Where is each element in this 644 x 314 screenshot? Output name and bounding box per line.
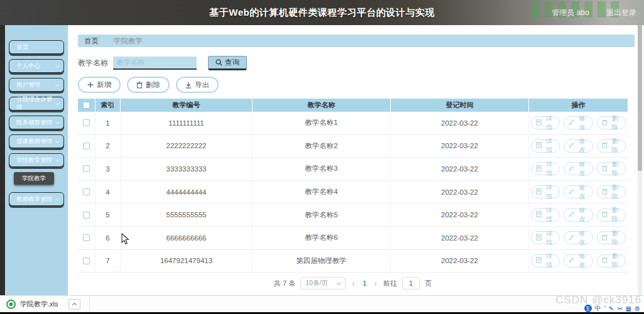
sidebar-item[interactable]: 个人中心 xyxy=(9,59,64,73)
row-checkbox[interactable] xyxy=(83,234,90,241)
row-edit-button[interactable]: 修改 xyxy=(564,185,592,198)
row-delete-button[interactable]: 删除 xyxy=(597,162,626,175)
cell-name: 教学名称2 xyxy=(253,135,391,158)
sidebar-item-label: 首页 xyxy=(16,43,28,51)
trash-icon xyxy=(602,142,608,149)
edit-icon xyxy=(569,119,574,127)
row-detail-button[interactable]: 详情 xyxy=(531,208,560,222)
edit-icon xyxy=(569,142,574,149)
table-row: 22222222222教学名称22022-03-22详情修改删除 xyxy=(78,135,628,158)
goto-label: 前往 xyxy=(383,279,397,288)
logout-button[interactable]: 退出登录 xyxy=(606,8,636,17)
row-detail-button[interactable]: 详情 xyxy=(531,116,560,129)
trash-icon xyxy=(602,211,608,219)
ime-logo-icon[interactable]: 玉 xyxy=(584,305,592,312)
goto-page-input[interactable] xyxy=(402,277,420,290)
search-button[interactable]: 查询 xyxy=(208,56,247,70)
ime-wrench-icon[interactable]: ⚙ xyxy=(635,305,640,312)
sidebar-item[interactable]: 教师教学管理 xyxy=(9,192,64,206)
current-page-number[interactable]: 1 xyxy=(361,279,368,287)
edit-icon xyxy=(569,165,574,173)
row-detail-button[interactable]: 详情 xyxy=(531,139,560,153)
cell-index: 5 xyxy=(96,203,121,226)
row-checkbox[interactable] xyxy=(83,188,90,195)
chevron-down-icon xyxy=(55,119,60,124)
cell-date: 2022-03-22 xyxy=(391,181,529,203)
delete-button[interactable]: 删除 xyxy=(127,77,170,93)
row-edit-button[interactable]: 修改 xyxy=(564,231,592,244)
row-edit-button[interactable]: 修改 xyxy=(564,208,592,222)
breadcrumb-current: 学院教学 xyxy=(114,36,143,46)
cell-actions: 详情修改删除 xyxy=(529,227,628,249)
sidebar-item[interactable]: 授课教师管理 xyxy=(9,134,64,148)
cell-actions: 详情修改删除 xyxy=(529,181,628,203)
row-edit-button[interactable]: 修改 xyxy=(564,116,592,129)
sidebar-item[interactable]: 分院综合办管理 xyxy=(9,97,64,111)
table-row: 66666666666教学名称62022-03-22详情修改删除 xyxy=(78,227,628,250)
row-delete-button[interactable]: 删除 xyxy=(597,231,626,244)
row-checkbox[interactable] xyxy=(83,257,90,264)
row-checkbox[interactable] xyxy=(83,165,90,172)
chevron-down-icon xyxy=(55,196,60,200)
row-checkbox-cell xyxy=(78,112,96,134)
sidebar-item[interactable]: 学院教学管理 xyxy=(9,153,64,167)
row-delete-button[interactable]: 删除 xyxy=(597,208,626,222)
left-edge-decoration xyxy=(0,25,5,295)
cell-index: 4 xyxy=(96,181,121,203)
export-button[interactable]: 导出 xyxy=(176,77,219,93)
search-icon xyxy=(216,59,222,66)
row-checkbox-cell xyxy=(78,181,96,203)
scrollbar[interactable] xyxy=(638,25,642,295)
chevron-down-icon xyxy=(55,82,60,86)
row-delete-button[interactable]: 删除 xyxy=(597,254,626,268)
row-detail-button[interactable]: 详情 xyxy=(531,254,560,268)
next-page-button[interactable]: › xyxy=(373,278,378,288)
page-size-select[interactable]: 10条/页 xyxy=(300,277,346,290)
row-detail-button[interactable]: 详情 xyxy=(531,231,560,244)
row-delete-button[interactable]: 删除 xyxy=(597,139,626,153)
ime-keyboard-icon[interactable]: ▦ xyxy=(626,305,631,312)
cell-index: 2 xyxy=(96,135,121,158)
download-item[interactable]: 学院教学.xls xyxy=(0,296,90,312)
cell-code: 1647921479413 xyxy=(121,250,253,273)
row-checkbox[interactable] xyxy=(83,143,90,149)
row-delete-button[interactable]: 删除 xyxy=(597,116,626,129)
row-edit-button[interactable]: 修改 xyxy=(564,162,592,175)
prev-page-button[interactable]: ‹ xyxy=(351,278,356,288)
search-button-label: 查询 xyxy=(225,58,239,67)
row-delete-button[interactable]: 删除 xyxy=(597,185,626,198)
cell-name: 教学名称5 xyxy=(253,203,391,226)
ime-language-icon[interactable]: 中 xyxy=(595,304,601,313)
cell-actions: 详情修改删除 xyxy=(529,250,628,273)
cell-actions: 详情修改删除 xyxy=(529,203,628,226)
add-button[interactable]: 新增 xyxy=(78,77,121,93)
row-checkbox[interactable] xyxy=(83,119,90,126)
trash-icon xyxy=(602,234,608,242)
row-edit-button[interactable]: 修改 xyxy=(564,139,592,153)
sidebar-menu: 首页个人中心用户管理分院综合办管理院系领导管理授课教师管理学院教学管理学院教学教… xyxy=(5,40,68,206)
search-input[interactable] xyxy=(113,57,197,70)
cell-index: 1 xyxy=(96,112,121,134)
select-all-checkbox[interactable] xyxy=(83,102,90,109)
sidebar-submenu-item[interactable]: 学院教学 xyxy=(14,172,54,185)
ime-pen-icon[interactable]: ✎ xyxy=(609,305,614,312)
edit-icon xyxy=(569,188,574,196)
download-caret-button[interactable] xyxy=(68,299,80,310)
sidebar-item-label: 分院综合办管理 xyxy=(16,95,56,112)
data-table: 索引 教学编号 教学名称 登记时间 操作 11111111111教学名称1202… xyxy=(78,99,628,273)
ime-punctuation-icon[interactable]: ’ xyxy=(604,305,606,312)
sidebar-item[interactable]: 首页 xyxy=(9,40,64,54)
row-edit-button[interactable]: 修改 xyxy=(564,254,592,268)
sidebar-item[interactable]: 院系领导管理 xyxy=(9,116,64,129)
scrollbar-thumb[interactable] xyxy=(638,25,642,171)
row-checkbox[interactable] xyxy=(83,212,90,219)
sidebar-item-label: 授课教师管理 xyxy=(16,138,52,146)
row-detail-button[interactable]: 详情 xyxy=(531,185,560,198)
plus-icon xyxy=(87,82,94,88)
breadcrumb-home[interactable]: 首页 xyxy=(84,36,99,46)
sidebar-item[interactable]: 用户管理 xyxy=(9,78,64,92)
total-count-label: 共 7 条 xyxy=(274,279,295,288)
row-detail-button[interactable]: 详情 xyxy=(531,162,560,175)
cell-index: 6 xyxy=(96,227,121,249)
ime-scissors-icon[interactable]: ✂ xyxy=(617,305,622,312)
